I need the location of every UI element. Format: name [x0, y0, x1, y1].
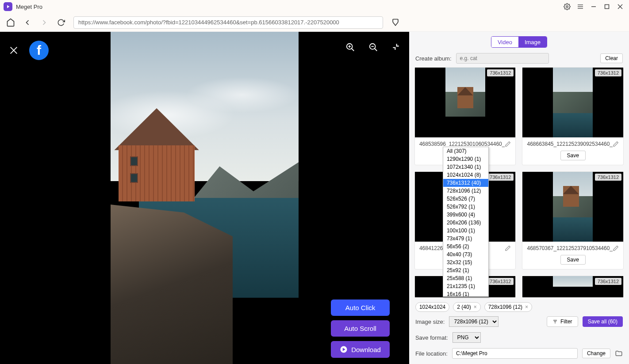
change-location-button[interactable]: Change: [582, 349, 610, 358]
close-button[interactable]: [615, 1, 625, 12]
browser-view: f Auto Click Auto Scroll Download: [0, 32, 409, 364]
svg-rect-5: [605, 5, 609, 9]
dropdown-item[interactable]: 526x792 (1): [443, 203, 488, 211]
forward-icon[interactable]: [40, 18, 49, 27]
filter-chips: 1024x1024 2 (40)× 728x1096 (12)×: [409, 300, 629, 314]
fullscreen-exit-icon[interactable]: [391, 42, 400, 52]
folder-icon[interactable]: [615, 349, 623, 357]
edit-icon[interactable]: [613, 141, 619, 147]
download-button[interactable]: Download: [331, 341, 390, 358]
save-button[interactable]: Save: [560, 151, 586, 160]
dropdown-item[interactable]: 40x40 (73): [443, 250, 488, 258]
url-text: https://www.facebook.com/photo/?fbid=122…: [78, 19, 339, 26]
dropdown-item[interactable]: 100x100 (1): [443, 227, 488, 235]
reload-icon[interactable]: [57, 18, 65, 27]
thumbnail-card: 736x1312 468570367_122125237910534460_ S…: [522, 171, 624, 269]
mode-video[interactable]: Video: [491, 37, 518, 47]
file-location-label: File location:: [415, 350, 448, 357]
dropdown-item[interactable]: 16x16 (1): [443, 290, 488, 297]
back-icon[interactable]: [23, 18, 32, 27]
dropdown-item[interactable]: 56x56 (2): [443, 243, 488, 250]
mode-image[interactable]: Image: [518, 37, 547, 47]
dropdown-item[interactable]: 728x1096 (12): [443, 187, 488, 195]
download-icon: [340, 345, 348, 353]
home-icon[interactable]: [6, 18, 15, 27]
dimension-badge: 736x1312: [595, 278, 621, 285]
titlebar: Meget Pro: [0, 0, 629, 13]
side-panel: Video Image Create album: Clear 736x1312…: [409, 32, 629, 364]
dropdown-item[interactable]: 206x206 (136): [443, 219, 488, 227]
thumb-filename: 468538596_122125301060534460_: [419, 141, 505, 147]
edit-icon[interactable]: [505, 141, 511, 147]
dropdown-item[interactable]: 1290x1290 (1): [443, 155, 488, 163]
dropdown-item[interactable]: 25x588 (1): [443, 274, 488, 282]
minimize-button[interactable]: [588, 1, 599, 12]
chip-remove-icon[interactable]: ×: [474, 304, 477, 310]
download-label: Download: [351, 346, 381, 353]
svg-line-11: [352, 49, 354, 51]
toolbar: https://www.facebook.com/photo/?fbid=122…: [0, 13, 629, 32]
thumbnail-card: 736x1312: [522, 276, 624, 298]
fb-close-icon[interactable]: [9, 46, 19, 55]
paint-icon[interactable]: [391, 18, 400, 27]
dropdown-item[interactable]: All (307): [443, 147, 488, 155]
url-bar[interactable]: https://www.facebook.com/photo/?fbid=122…: [73, 16, 383, 29]
dropdown-item[interactable]: 73x479 (1): [443, 235, 488, 243]
dropdown-item[interactable]: 32x32 (15): [443, 258, 488, 266]
dimension-badge: 736x1312: [595, 69, 621, 76]
dropdown-item[interactable]: 526x526 (7): [443, 195, 488, 203]
image-size-select[interactable]: 728x1096 (12): [449, 316, 499, 327]
zoom-out-icon[interactable]: [368, 42, 378, 52]
edit-icon[interactable]: [505, 245, 511, 251]
filter-icon: [552, 319, 558, 324]
dimension-badge: 736x1312: [595, 174, 621, 181]
filter-button[interactable]: Filter: [547, 316, 578, 327]
dimension-badge: 736x1312: [487, 69, 514, 76]
dropdown-item[interactable]: 25x92 (1): [443, 266, 488, 274]
auto-click-button[interactable]: Auto Click: [331, 300, 390, 316]
mode-toggle: Video Image: [491, 36, 547, 48]
dropdown-item[interactable]: 1072x1340 (1): [443, 163, 488, 171]
save-all-button[interactable]: Save all (60): [583, 316, 623, 327]
image-size-label: Image size:: [415, 318, 445, 325]
app-title: Meget Pro: [16, 4, 42, 10]
filter-chip[interactable]: 2 (40)×: [453, 302, 480, 312]
thumbnail-card: 736x1312 468663845_122125239092534460_ S…: [522, 67, 624, 165]
menu-icon[interactable]: [575, 1, 586, 12]
thumbnail-grid: 736x1312 468538596_122125301060534460_ S…: [409, 67, 629, 300]
zoom-in-icon[interactable]: [345, 42, 355, 52]
clear-button[interactable]: Clear: [600, 53, 623, 63]
facebook-logo[interactable]: f: [29, 41, 49, 60]
main-photo: [111, 32, 299, 364]
thumb-filename: 468570367_122125237910534460_: [527, 245, 613, 251]
create-album-label: Create album:: [415, 55, 452, 62]
edit-icon[interactable]: [613, 245, 619, 251]
save-format-select[interactable]: PNG: [453, 332, 481, 343]
svg-line-15: [375, 49, 377, 51]
app-logo: [4, 2, 12, 11]
dropdown-item[interactable]: 736x1312 (40): [443, 179, 488, 187]
save-format-label: Save format:: [415, 334, 448, 341]
dropdown-item[interactable]: 1024x1024 (8): [443, 171, 488, 179]
auto-scroll-button[interactable]: Auto Scroll: [331, 320, 390, 337]
svg-point-0: [566, 6, 568, 8]
dropdown-item[interactable]: 399x600 (4): [443, 211, 488, 219]
size-dropdown[interactable]: All (307)1290x1290 (1)1072x1340 (1)1024x…: [443, 147, 489, 297]
save-button[interactable]: Save: [560, 255, 586, 265]
dimension-badge: 736x1312: [487, 278, 514, 285]
filter-chip[interactable]: 728x1096 (12)×: [484, 302, 532, 312]
dimension-badge: 736x1312: [487, 174, 514, 181]
chip-remove-icon[interactable]: ×: [525, 304, 528, 310]
album-name-input[interactable]: [456, 53, 549, 64]
dropdown-item[interactable]: 21x1235 (1): [443, 282, 488, 290]
filter-chip[interactable]: 1024x1024: [415, 302, 449, 312]
file-location-input[interactable]: [452, 348, 578, 359]
settings-icon[interactable]: [562, 1, 572, 12]
maximize-button[interactable]: [602, 1, 612, 12]
thumb-filename: 468663845_122125239092534460_: [527, 141, 613, 147]
